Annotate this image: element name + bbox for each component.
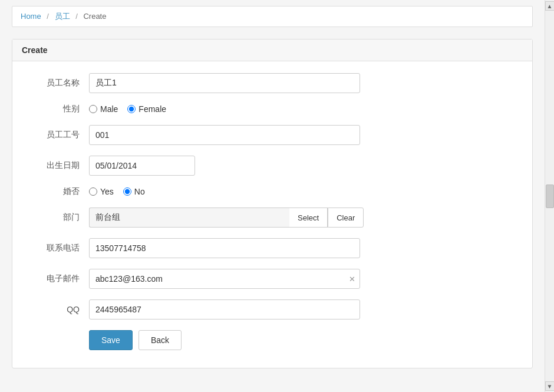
radio-input-male[interactable] bbox=[89, 105, 97, 113]
scroll-thumb[interactable] bbox=[546, 185, 554, 208]
breadcrumb: Home / 员工 / Create bbox=[12, 6, 533, 27]
breadcrumb-home[interactable]: Home bbox=[21, 12, 41, 21]
radio-input-female[interactable] bbox=[127, 105, 136, 113]
radio-yes[interactable]: Yes bbox=[89, 187, 114, 196]
row-qq: QQ bbox=[30, 299, 515, 319]
label-employee-name: 员工名称 bbox=[30, 78, 89, 88]
radio-no[interactable]: No bbox=[123, 187, 145, 196]
label-married: 婚否 bbox=[30, 186, 89, 197]
breadcrumb-sep1: / bbox=[47, 12, 49, 21]
input-department[interactable] bbox=[89, 207, 289, 228]
label-employee-id: 员工工号 bbox=[30, 130, 89, 140]
label-email: 电子邮件 bbox=[30, 274, 89, 284]
row-birth-date: 出生日期 bbox=[30, 156, 515, 176]
row-phone: 联系电话 bbox=[30, 238, 515, 258]
department-group: Select Clear bbox=[89, 207, 364, 228]
input-employee-id[interactable] bbox=[89, 125, 360, 145]
radio-group-married: Yes No bbox=[89, 187, 145, 196]
label-department: 部门 bbox=[30, 212, 89, 223]
content-area: Home / 员工 / Create Create 员工名称 性别 bbox=[0, 0, 545, 374]
row-married: 婚否 Yes No bbox=[30, 186, 515, 197]
scroll-up-arrow[interactable]: ▲ bbox=[545, 1, 555, 11]
form-title: Create bbox=[12, 39, 532, 61]
label-qq: QQ bbox=[30, 305, 89, 314]
input-birth-date[interactable] bbox=[89, 156, 195, 176]
scrollbar[interactable]: ▲ ▼ bbox=[545, 0, 554, 392]
radio-male[interactable]: Male bbox=[89, 104, 118, 114]
input-phone[interactable] bbox=[89, 238, 360, 258]
row-department: 部门 Select Clear bbox=[30, 207, 515, 228]
input-employee-name[interactable] bbox=[89, 73, 360, 93]
breadcrumb-current: Create bbox=[83, 12, 106, 21]
radio-label-no: No bbox=[134, 187, 145, 196]
form-body: 员工名称 性别 Male Female bbox=[12, 61, 532, 368]
row-employee-name: 员工名称 bbox=[30, 73, 515, 93]
breadcrumb-section[interactable]: 员工 bbox=[55, 12, 70, 21]
row-gender: 性别 Male Female bbox=[30, 104, 515, 114]
form-actions: Save Back bbox=[30, 330, 515, 350]
label-phone: 联系电话 bbox=[30, 243, 89, 253]
page-wrapper: ▲ ▼ Home / 员工 / Create Create 员工名称 性别 bbox=[0, 0, 554, 392]
label-birth-date: 出生日期 bbox=[30, 160, 89, 171]
radio-group-gender: Male Female bbox=[89, 104, 166, 114]
save-button[interactable]: Save bbox=[89, 330, 133, 350]
radio-label-female: Female bbox=[138, 104, 166, 114]
row-email: 电子邮件 ✕ bbox=[30, 269, 515, 289]
row-employee-id: 员工工号 bbox=[30, 125, 515, 145]
email-wrapper: ✕ bbox=[89, 269, 360, 289]
radio-female[interactable]: Female bbox=[127, 104, 166, 114]
email-clear-icon[interactable]: ✕ bbox=[349, 275, 355, 283]
input-email[interactable] bbox=[89, 269, 360, 289]
radio-label-male: Male bbox=[100, 104, 118, 114]
input-qq[interactable] bbox=[89, 299, 360, 319]
form-card: Create 员工名称 性别 Male bbox=[12, 39, 533, 368]
radio-label-yes: Yes bbox=[100, 187, 114, 196]
department-clear-button[interactable]: Clear bbox=[328, 207, 364, 228]
scroll-down-arrow[interactable]: ▼ bbox=[545, 381, 555, 391]
radio-input-no[interactable] bbox=[123, 187, 131, 196]
department-select-button[interactable]: Select bbox=[289, 207, 328, 228]
label-gender: 性别 bbox=[30, 104, 89, 114]
radio-input-yes[interactable] bbox=[89, 187, 97, 196]
back-button[interactable]: Back bbox=[138, 330, 182, 350]
breadcrumb-sep2: / bbox=[75, 12, 78, 21]
